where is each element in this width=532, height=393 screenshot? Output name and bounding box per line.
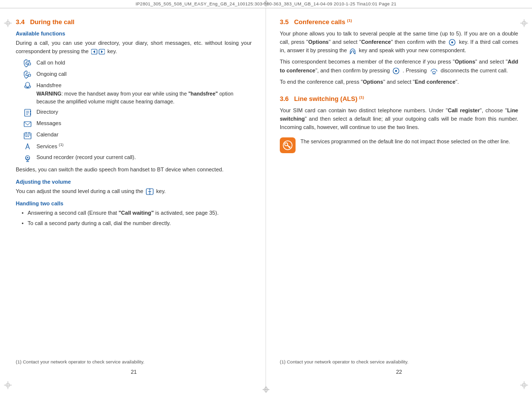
svg-rect-42 [432,71,435,73]
services-label: Services (1) [36,142,64,150]
content-area: 3.4 During the call Available functions … [0,8,532,391]
right-column: 3.5 Conference calls (1) Your phone allo… [266,8,532,391]
svg-marker-7 [93,50,95,53]
svg-point-39 [451,41,453,43]
list-item-services: Services (1) [21,142,252,151]
adjusting-volume-text: You can adjust the sound level during a … [16,187,252,196]
section-34-number: 3.4 [16,18,25,26]
corner-mark-tr [520,19,528,27]
top-crosshair [261,0,271,7]
list-item-messages: Messages [21,119,252,129]
info-box-text: The services programmed on the default l… [300,137,510,145]
disconnect-key-icon [430,67,438,74]
handling-two-calls-heading: Handling two calls [16,200,252,206]
messages-label: Messages [36,119,61,128]
svg-rect-27 [28,136,29,137]
section-35-heading: 3.5 Conference calls (1) [280,18,518,26]
svg-rect-26 [26,136,27,137]
call-hold-label: Call on hold [36,59,65,67]
bullet-item-second-party: To call a second party during a call, di… [22,219,252,228]
section-35-sup: (1) [347,18,352,23]
bottom-crosshair [261,386,271,393]
conference-p3: To end the conference call, press "Optio… [280,78,518,86]
left-footnote-area: (1) Contact your network operator to che… [16,357,252,375]
section-36-sup: (1) [359,95,364,99]
list-item-directory: Directory [21,108,252,117]
directory-icon [23,108,32,117]
svg-point-46 [285,143,288,146]
page-wrapper: IP2801_305_505_508_UM_EASY_Eng_GB_24_100… [0,0,532,393]
corner-mark-bl [4,381,12,389]
section-34-title: During the call [30,18,74,26]
conference-p1: Your phone allows you to talk to several… [280,30,518,55]
services-icon [23,142,32,151]
info-symbol-icon [282,140,293,151]
line-switching-p1: Your SIM card can contain two distinct t… [280,106,518,131]
confirm-key-icon [448,39,456,46]
svg-rect-19 [30,111,31,112]
confirm-key2-icon [392,67,400,74]
bullet-item-call-waiting: Answering a second call (Ensure that "Ca… [22,209,252,217]
answer-key-icon [349,48,356,55]
left-footnote: (1) Contact your network operator to che… [16,359,252,366]
conference-p2: This correspondent becomes a member of t… [280,58,518,74]
available-functions-intro: During a call, you can use your director… [16,39,252,56]
list-item-calendar: Calendar [21,131,252,140]
available-functions-heading: Available functions [16,31,252,36]
svg-point-13 [26,82,30,87]
ongoing-call-icon: + [23,70,32,79]
besides-text: Besides, you can switch the audio speech… [16,165,252,174]
corner-mark-br [520,381,528,389]
section-35-number: 3.5 [280,18,289,26]
handsfree-icon [23,81,32,90]
corner-mark-tl [4,19,12,27]
right-page-num: 22 [280,369,518,375]
sound-recorder-icon [23,154,32,163]
calendar-label: Calendar [36,131,59,139]
directory-label: Directory [36,108,58,116]
icon-list: Call on hold + Ongoing call [21,59,252,163]
right-footnote-area: (1) Contact your network operator to che… [280,357,518,375]
svg-rect-20 [30,113,31,115]
svg-point-30 [27,157,29,159]
nav-keys-icon [91,48,105,55]
handsfree-warning: WARNING: move the handset away from your… [36,91,233,105]
svg-point-41 [395,70,397,72]
section-35-title: Conference calls [294,18,345,26]
handsfree-text-block: Handsfree WARNING: move the handset away… [36,81,252,106]
info-icon-box [280,137,296,153]
section-34-heading: 3.4 During the call [16,18,252,26]
volume-key-icon [146,188,154,195]
section-36-heading: 3.6 Line switching (ALS) (1) [280,95,518,102]
ongoing-call-label: Ongoing call [36,70,66,78]
handsfree-label: Handsfree [36,82,62,88]
messages-icon [23,120,32,129]
adjusting-volume-heading: Adjusting the volume [16,179,252,185]
section-36-title: Line switching (ALS) [294,95,358,102]
sound-recorder-label: Sound recorder (record your current call… [36,153,136,162]
svg-marker-9 [101,50,103,53]
section-36-number: 3.6 [280,95,289,102]
left-column: 3.4 During the call Available functions … [0,8,266,391]
list-item-call-hold: Call on hold [21,59,252,68]
left-page-num: 21 [16,369,252,375]
list-item-ongoing-call: + Ongoing call [21,70,252,79]
list-item-handsfree: Handsfree WARNING: move the handset away… [21,81,252,106]
handling-two-calls-list: Answering a second call (Ensure that "Ca… [22,209,252,228]
svg-text:+: + [28,71,30,74]
call-hold-icon [23,59,32,68]
info-box: The services programmed on the default l… [280,137,518,153]
list-item-sound-recorder: Sound recorder (record your current call… [21,153,252,163]
calendar-icon [23,131,32,140]
right-footnote: (1) Contact your network operator to che… [280,359,518,366]
